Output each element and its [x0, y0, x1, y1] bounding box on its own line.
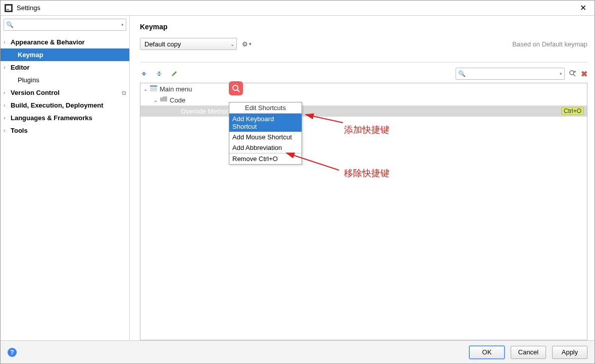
menu-icon — [150, 85, 158, 93]
actions-tree[interactable]: ⌄ Main menu ⌄ Code Override Methods... C… — [140, 83, 587, 340]
shortcut-badge: Ctrl+O — [561, 107, 584, 115]
chevron-right-icon: › — [4, 115, 11, 121]
svg-point-5 — [574, 71, 576, 73]
dropdown-arrow-icon[interactable]: ▾ — [121, 22, 124, 27]
sidebar-item-editor[interactable]: › Editor — [1, 61, 129, 74]
search-icon: 🔍 — [6, 21, 14, 28]
expand-toggle-icon[interactable]: ⌄ — [154, 97, 160, 103]
close-icon[interactable]: ✕ — [576, 3, 590, 13]
keymap-template-dropdown[interactable]: Default copy ⌄ — [140, 38, 237, 50]
svg-rect-3 — [157, 74, 162, 74]
edit-icon[interactable] — [170, 70, 178, 78]
sidebar-search-box[interactable]: 🔍 ▾ — [4, 19, 126, 31]
menu-add-keyboard-shortcut[interactable]: Add Keyboard Shortcut — [229, 114, 302, 132]
svg-point-4 — [570, 71, 574, 75]
menu-add-mouse-shortcut[interactable]: Add Mouse Shortcut — [229, 132, 302, 142]
expand-all-icon[interactable] — [140, 70, 148, 78]
window-title: Settings — [17, 4, 576, 12]
sidebar-item-label: Plugins — [18, 76, 39, 84]
svg-rect-6 — [150, 85, 157, 87]
dropdown-value: Default copy — [144, 40, 230, 48]
sidebar-search-row: 🔍 ▾ — [1, 16, 129, 34]
svg-rect-0 — [6, 6, 11, 11]
sidebar-item-keymap[interactable]: Keymap — [1, 48, 129, 61]
sidebar-item-label: Version Control — [11, 89, 60, 96]
footer: ? OK Cancel Apply — [1, 340, 594, 363]
chevron-down-icon: ⌄ — [230, 41, 234, 47]
annotation-arrow-icon — [284, 151, 340, 171]
sidebar-search-input[interactable] — [16, 21, 121, 29]
actions-search-box[interactable]: 🔍 ▾ — [456, 68, 565, 80]
svg-rect-2 — [141, 74, 146, 74]
svg-rect-7 — [150, 87, 157, 91]
annotation-text: 移除快捷键 — [344, 167, 389, 179]
chevron-right-icon: › — [4, 65, 11, 70]
cancel-button[interactable]: Cancel — [511, 346, 546, 359]
context-menu-header: Edit Shortcuts — [229, 102, 302, 114]
sidebar: 🔍 ▾ › Appearance & Behavior Keymap › Edi… — [1, 16, 130, 340]
sidebar-item-label: Languages & Frameworks — [11, 114, 92, 122]
dropdown-arrow-icon[interactable]: ▾ — [560, 71, 562, 76]
settings-gear-dropdown[interactable]: ⚙ ▾ — [242, 40, 252, 48]
chevron-right-icon: › — [4, 102, 11, 108]
annotation-text: 添加快捷键 — [344, 124, 389, 136]
svg-rect-1 — [7, 9, 9, 10]
find-action-icon[interactable] — [569, 70, 577, 78]
chevron-right-icon: › — [4, 128, 11, 133]
tree-row-override-methods[interactable]: Override Methods... Ctrl+O — [140, 106, 587, 117]
title-bar: Settings ✕ — [1, 1, 594, 16]
tree-label: Main menu — [160, 85, 192, 93]
sidebar-item-label: Tools — [11, 127, 28, 134]
svg-line-9 — [306, 115, 343, 123]
search-icon: 🔍 — [458, 70, 466, 77]
tree-label: Code — [170, 96, 185, 104]
sidebar-item-label: Keymap — [18, 51, 43, 59]
sidebar-item-languages[interactable]: › Languages & Frameworks — [1, 112, 129, 124]
apply-button[interactable]: Apply — [552, 346, 587, 359]
tree-row-code[interactable]: ⌄ Code — [140, 94, 587, 106]
search-overlay-icon — [229, 81, 243, 95]
tree-row-main-menu[interactable]: ⌄ Main menu — [140, 83, 587, 94]
copy-icon: ⧉ — [122, 89, 126, 96]
svg-point-8 — [233, 85, 238, 90]
expand-toggle-icon[interactable]: ⌄ — [143, 86, 150, 92]
collapse-all-icon[interactable] — [155, 70, 163, 78]
sidebar-item-tools[interactable]: › Tools — [1, 124, 129, 137]
sidebar-item-label: Build, Execution, Deployment — [11, 101, 103, 109]
app-icon — [5, 4, 13, 12]
annotation-arrow-icon — [304, 113, 344, 126]
chevron-right-icon: › — [4, 90, 11, 95]
clear-icon[interactable]: ✖ — [581, 69, 587, 79]
actions-search-input[interactable] — [468, 70, 560, 78]
page-title: Keymap — [140, 23, 587, 31]
chevron-right-icon: › — [4, 39, 11, 45]
sidebar-item-appearance[interactable]: › Appearance & Behavior — [1, 36, 129, 48]
sidebar-item-build[interactable]: › Build, Execution, Deployment — [1, 99, 129, 112]
help-icon[interactable]: ? — [8, 348, 17, 357]
folder-icon — [160, 96, 168, 104]
svg-line-10 — [286, 153, 339, 170]
sidebar-item-label: Editor — [11, 64, 30, 71]
sidebar-item-version-control[interactable]: › Version Control ⧉ — [1, 86, 129, 99]
toolbar-row: 🔍 ▾ ✖ — [140, 62, 587, 80]
sidebar-item-plugins[interactable]: Plugins — [1, 74, 129, 86]
sidebar-items: › Appearance & Behavior Keymap › Editor … — [1, 34, 129, 340]
chevron-down-icon: ▾ — [249, 41, 252, 46]
ok-button[interactable]: OK — [469, 346, 505, 359]
based-on-label: Based on Default keymap — [512, 40, 587, 48]
templates-row: Default copy ⌄ ⚙ ▾ Based on Default keym… — [140, 38, 587, 50]
gear-icon: ⚙ — [242, 40, 248, 48]
sidebar-item-label: Appearance & Behavior — [11, 38, 85, 46]
